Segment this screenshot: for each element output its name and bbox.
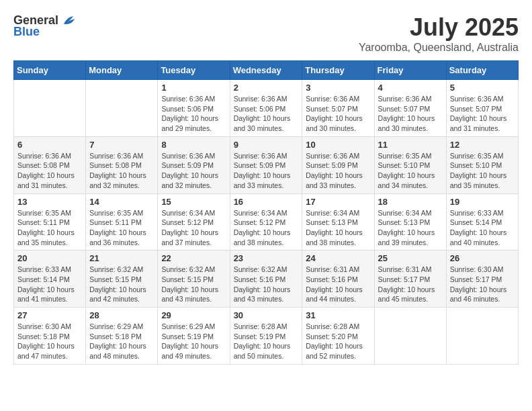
location-title: Yaroomba, Queensland, Australia (359, 42, 519, 54)
day-info: Sunrise: 6:34 AM Sunset: 5:12 PM Dayligh… (161, 208, 226, 248)
calendar-cell: 13Sunrise: 6:35 AM Sunset: 5:11 PM Dayli… (14, 193, 86, 250)
calendar-table: SundayMondayTuesdayWednesdayThursdayFrid… (13, 60, 519, 365)
calendar-header-saturday: Saturday (446, 61, 518, 80)
calendar-cell: 20Sunrise: 6:33 AM Sunset: 5:14 PM Dayli… (14, 250, 86, 308)
calendar-header-sunday: Sunday (14, 61, 86, 80)
calendar-week-5: 27Sunrise: 6:30 AM Sunset: 5:18 PM Dayli… (14, 308, 519, 365)
day-info: Sunrise: 6:36 AM Sunset: 5:09 PM Dayligh… (234, 151, 299, 191)
day-number: 24 (306, 253, 370, 263)
day-number: 7 (89, 140, 154, 150)
calendar-week-4: 20Sunrise: 6:33 AM Sunset: 5:14 PM Dayli… (14, 250, 519, 308)
calendar-cell: 22Sunrise: 6:32 AM Sunset: 5:15 PM Dayli… (158, 250, 230, 308)
calendar-header-monday: Monday (86, 61, 158, 80)
day-info: Sunrise: 6:34 AM Sunset: 5:13 PM Dayligh… (378, 208, 443, 248)
day-info: Sunrise: 6:36 AM Sunset: 5:06 PM Dayligh… (161, 94, 226, 134)
day-number: 27 (17, 310, 82, 320)
calendar-cell: 23Sunrise: 6:32 AM Sunset: 5:16 PM Dayli… (230, 250, 302, 308)
day-info: Sunrise: 6:34 AM Sunset: 5:12 PM Dayligh… (234, 208, 299, 248)
calendar-cell: 31Sunrise: 6:28 AM Sunset: 5:20 PM Dayli… (302, 308, 374, 365)
day-number: 4 (378, 83, 443, 93)
calendar-cell (86, 80, 158, 137)
day-number: 21 (89, 253, 154, 263)
day-info: Sunrise: 6:30 AM Sunset: 5:17 PM Dayligh… (450, 265, 515, 304)
day-number: 20 (17, 253, 82, 263)
day-number: 31 (306, 310, 370, 320)
day-number: 17 (306, 197, 370, 207)
day-info: Sunrise: 6:35 AM Sunset: 5:11 PM Dayligh… (89, 208, 154, 248)
day-number: 16 (234, 197, 299, 207)
calendar-cell: 6Sunrise: 6:36 AM Sunset: 5:08 PM Daylig… (14, 136, 86, 193)
day-number: 19 (450, 197, 515, 207)
calendar-cell: 17Sunrise: 6:34 AM Sunset: 5:13 PM Dayli… (302, 193, 374, 250)
logo-bird-icon (61, 15, 76, 27)
day-number: 1 (161, 83, 226, 93)
calendar-cell: 28Sunrise: 6:29 AM Sunset: 5:18 PM Dayli… (86, 308, 158, 365)
day-number: 23 (234, 253, 299, 263)
day-info: Sunrise: 6:35 AM Sunset: 5:10 PM Dayligh… (450, 151, 515, 191)
day-number: 18 (378, 197, 443, 207)
day-number: 22 (161, 253, 226, 263)
calendar-header-wednesday: Wednesday (230, 61, 302, 80)
calendar-cell: 19Sunrise: 6:33 AM Sunset: 5:14 PM Dayli… (446, 193, 518, 250)
logo: General Blue (13, 13, 76, 39)
day-info: Sunrise: 6:36 AM Sunset: 5:09 PM Dayligh… (306, 151, 370, 191)
logo-blue-text: Blue (13, 25, 40, 39)
day-number: 6 (17, 140, 82, 150)
day-number: 3 (306, 83, 370, 93)
calendar-cell: 14Sunrise: 6:35 AM Sunset: 5:11 PM Dayli… (86, 193, 158, 250)
day-info: Sunrise: 6:36 AM Sunset: 5:07 PM Dayligh… (378, 94, 443, 134)
calendar-cell: 8Sunrise: 6:36 AM Sunset: 5:09 PM Daylig… (158, 136, 230, 193)
day-number: 28 (89, 310, 154, 320)
calendar-week-3: 13Sunrise: 6:35 AM Sunset: 5:11 PM Dayli… (14, 193, 519, 250)
calendar-cell: 10Sunrise: 6:36 AM Sunset: 5:09 PM Dayli… (302, 136, 374, 193)
day-info: Sunrise: 6:36 AM Sunset: 5:08 PM Dayligh… (17, 151, 82, 191)
day-info: Sunrise: 6:30 AM Sunset: 5:18 PM Dayligh… (17, 322, 82, 361)
day-number: 8 (161, 140, 226, 150)
day-info: Sunrise: 6:33 AM Sunset: 5:14 PM Dayligh… (450, 208, 515, 248)
day-info: Sunrise: 6:32 AM Sunset: 5:16 PM Dayligh… (234, 265, 299, 304)
day-info: Sunrise: 6:28 AM Sunset: 5:20 PM Dayligh… (306, 322, 370, 361)
day-number: 11 (378, 140, 443, 150)
calendar-cell: 2Sunrise: 6:36 AM Sunset: 5:06 PM Daylig… (230, 80, 302, 137)
day-number: 25 (378, 253, 443, 263)
day-info: Sunrise: 6:34 AM Sunset: 5:13 PM Dayligh… (306, 208, 370, 248)
day-info: Sunrise: 6:36 AM Sunset: 5:08 PM Dayligh… (89, 151, 154, 191)
day-number: 10 (306, 140, 370, 150)
day-number: 29 (161, 310, 226, 320)
day-number: 12 (450, 140, 515, 150)
day-number: 9 (234, 140, 299, 150)
calendar-header-friday: Friday (374, 61, 446, 80)
month-title: July 2025 (359, 13, 519, 42)
calendar-cell: 25Sunrise: 6:31 AM Sunset: 5:17 PM Dayli… (374, 250, 446, 308)
day-info: Sunrise: 6:35 AM Sunset: 5:11 PM Dayligh… (17, 208, 82, 248)
day-info: Sunrise: 6:32 AM Sunset: 5:15 PM Dayligh… (89, 265, 154, 304)
calendar-cell: 1Sunrise: 6:36 AM Sunset: 5:06 PM Daylig… (158, 80, 230, 137)
calendar-cell (14, 80, 86, 137)
day-number: 26 (450, 253, 515, 263)
calendar-cell: 15Sunrise: 6:34 AM Sunset: 5:12 PM Dayli… (158, 193, 230, 250)
calendar-cell: 5Sunrise: 6:36 AM Sunset: 5:07 PM Daylig… (446, 80, 518, 137)
calendar-cell: 7Sunrise: 6:36 AM Sunset: 5:08 PM Daylig… (86, 136, 158, 193)
calendar-cell: 9Sunrise: 6:36 AM Sunset: 5:09 PM Daylig… (230, 136, 302, 193)
day-info: Sunrise: 6:36 AM Sunset: 5:07 PM Dayligh… (450, 94, 515, 134)
day-number: 14 (89, 197, 154, 207)
calendar-cell: 4Sunrise: 6:36 AM Sunset: 5:07 PM Daylig… (374, 80, 446, 137)
title-area: July 2025 Yaroomba, Queensland, Australi… (359, 13, 519, 54)
day-number: 30 (234, 310, 299, 320)
calendar-cell: 18Sunrise: 6:34 AM Sunset: 5:13 PM Dayli… (374, 193, 446, 250)
calendar-cell: 24Sunrise: 6:31 AM Sunset: 5:16 PM Dayli… (302, 250, 374, 308)
day-info: Sunrise: 6:36 AM Sunset: 5:06 PM Dayligh… (234, 94, 299, 134)
calendar-cell (374, 308, 446, 365)
calendar-cell: 16Sunrise: 6:34 AM Sunset: 5:12 PM Dayli… (230, 193, 302, 250)
day-info: Sunrise: 6:29 AM Sunset: 5:18 PM Dayligh… (89, 322, 154, 361)
calendar-week-1: 1Sunrise: 6:36 AM Sunset: 5:06 PM Daylig… (14, 80, 519, 137)
day-info: Sunrise: 6:31 AM Sunset: 5:17 PM Dayligh… (378, 265, 443, 304)
calendar-cell: 11Sunrise: 6:35 AM Sunset: 5:10 PM Dayli… (374, 136, 446, 193)
calendar-header-thursday: Thursday (302, 61, 374, 80)
day-info: Sunrise: 6:35 AM Sunset: 5:10 PM Dayligh… (378, 151, 443, 191)
calendar-week-2: 6Sunrise: 6:36 AM Sunset: 5:08 PM Daylig… (14, 136, 519, 193)
header: General Blue July 2025 Yaroomba, Queensl… (13, 13, 519, 54)
day-number: 15 (161, 197, 226, 207)
day-info: Sunrise: 6:33 AM Sunset: 5:14 PM Dayligh… (17, 265, 82, 304)
calendar-cell: 3Sunrise: 6:36 AM Sunset: 5:07 PM Daylig… (302, 80, 374, 137)
